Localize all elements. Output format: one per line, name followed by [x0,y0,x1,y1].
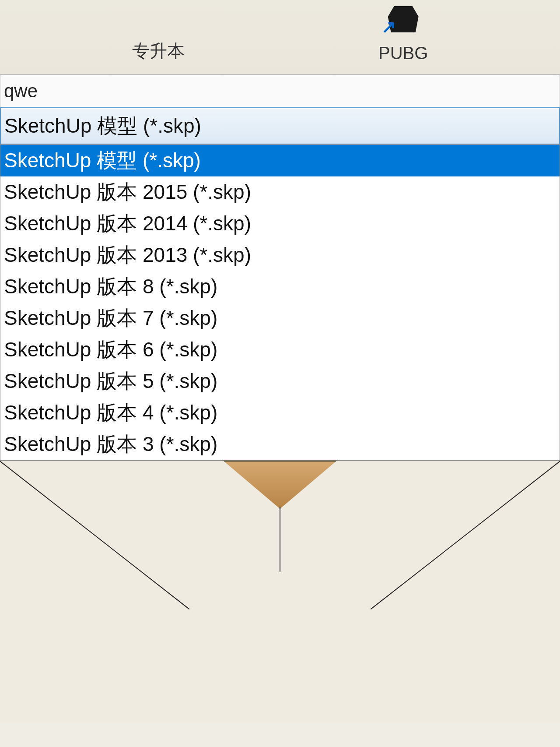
edge-line [371,461,560,610]
icon-label: 专升本 [132,39,185,63]
shortcut-arrow-icon: ↗ [382,17,396,37]
dropdown-item-label: SketchUp 版本 5 (*.skp) [4,368,217,395]
dropdown-item[interactable]: SketchUp 版本 6 (*.skp) [0,334,560,366]
filename-input[interactable]: qwe [0,74,560,107]
filename-value: qwe [4,81,38,102]
dropdown-item-label: SketchUp 版本 6 (*.skp) [4,336,217,363]
dropdown-item[interactable]: SketchUp 版本 2013 (*.skp) [0,240,560,271]
dropdown-item[interactable]: SketchUp 版本 2014 (*.skp) [0,208,560,240]
dropdown-item[interactable]: SketchUp 版本 4 (*.skp) [0,397,560,429]
filetype-dropdown-list: SketchUp 模型 (*.skp) SketchUp 版本 2015 (*.… [0,144,560,461]
dropdown-item[interactable]: SketchUp 版本 8 (*.skp) [0,271,560,303]
dropdown-item[interactable]: SketchUp 版本 7 (*.skp) [0,303,560,334]
dropdown-item-label: SketchUp 版本 3 (*.skp) [4,431,217,458]
dropdown-item[interactable]: SketchUp 模型 (*.skp) [0,145,560,176]
dropdown-item-label: SketchUp 版本 2015 (*.skp) [4,179,251,206]
folder-icon [139,0,178,35]
dropdown-item-label: SketchUp 模型 (*.skp) [4,147,201,174]
edge-line [0,461,189,610]
sketchup-canvas[interactable] [0,461,560,723]
dropdown-item-label: SketchUp 版本 4 (*.skp) [4,399,217,426]
dropdown-item-label: SketchUp 版本 8 (*.skp) [4,273,217,300]
dropdown-item[interactable]: SketchUp 版本 2015 (*.skp) [0,176,560,208]
icon-label: PUBG [378,43,428,63]
desktop-icon-pubg[interactable]: ↗ PUBG [378,0,428,63]
triangle-face [223,461,337,509]
desktop-icon-zhuanshengben[interactable]: 专升本 [132,0,185,63]
dropdown-item[interactable]: SketchUp 版本 3 (*.skp) [0,429,560,460]
dropdown-item-label: SketchUp 版本 2014 (*.skp) [4,210,251,237]
pubg-app-icon: ↗ [384,0,423,39]
desktop-icons-area: 专升本 ↗ PUBG [0,0,560,74]
filetype-dropdown-selected[interactable]: SketchUp 模型 (*.skp) [0,107,560,144]
axis-line [280,507,280,572]
dropdown-item[interactable]: SketchUp 版本 5 (*.skp) [0,366,560,397]
dropdown-item-label: SketchUp 版本 2013 (*.skp) [4,242,251,269]
dropdown-item-label: SketchUp 版本 7 (*.skp) [4,305,217,332]
filetype-selected-label: SketchUp 模型 (*.skp) [4,113,201,140]
